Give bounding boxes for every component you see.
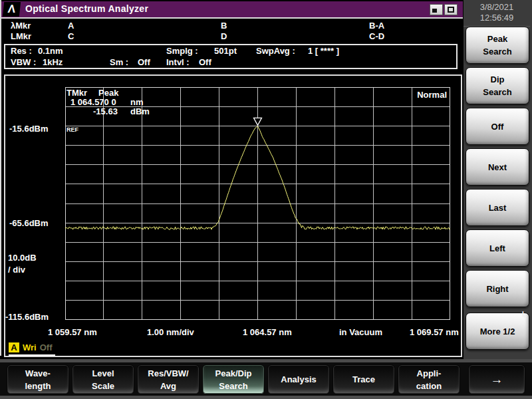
- marker-row-level: LMkr C D C-D: [1, 31, 463, 42]
- trace-status-indicator: A Wri Off: [9, 340, 55, 356]
- y-axis-ref-label: -15.6dBm: [9, 124, 49, 134]
- dip-search-button[interactable]: Dip Search: [466, 67, 529, 104]
- tab-application[interactable]: Appli-cation: [398, 364, 460, 394]
- anritsu-logo-icon: Λ: [3, 2, 21, 17]
- vbw-value: 1kHz: [43, 57, 63, 67]
- tmkr-type: Peak: [98, 88, 118, 98]
- level-marker-label: LMkr: [11, 31, 31, 41]
- left-button[interactable]: Left: [466, 229, 529, 267]
- osa-screen: Λ Optical Spectrum Analyzer λMkr A B B-A…: [0, 0, 532, 399]
- marker-c-label: C: [68, 31, 74, 41]
- measurement-settings-box: Res : 0.1nm Smplg : 501pt SwpAvg : 1 [ *…: [4, 44, 458, 69]
- intvl-label: Intvl :: [166, 57, 190, 67]
- y-axis-mid-label: -65.6dBm: [9, 218, 49, 228]
- time-text: 12:56:49: [464, 13, 530, 23]
- more-page-arrow-icon: ↳: [521, 310, 528, 320]
- marker-a-label: A: [68, 21, 74, 31]
- smplg-label: Smplg :: [166, 46, 198, 56]
- y-axis-bottom-label: -115.6dBm: [5, 312, 49, 322]
- marker-ba-label: B-A: [369, 21, 384, 31]
- tmkr-label: TMkr: [66, 88, 87, 98]
- tmkr-level-unit: dBm: [130, 106, 150, 116]
- next-button[interactable]: Next: [466, 148, 529, 186]
- tab-level-scale[interactable]: LevelScale: [72, 364, 134, 394]
- function-tab-bar: Wave-length LevelScale Res/VBW/Avg Peak/…: [0, 359, 532, 399]
- last-button[interactable]: Last: [466, 189, 529, 226]
- vbw-label: VBW :: [11, 57, 36, 67]
- tab-trace[interactable]: Trace: [332, 364, 395, 394]
- x-axis-medium-label: in Vacuum: [339, 327, 382, 337]
- minimize-button[interactable]: [430, 4, 443, 15]
- tab-res-vbw-avg[interactable]: Res/VBW/Avg: [137, 364, 200, 394]
- marker-b-label: B: [221, 21, 227, 31]
- right-button[interactable]: Right: [466, 270, 529, 307]
- tmkr-wavelength-value: 1 064.570 0: [70, 97, 116, 107]
- y-axis-scale-unit-label: / div: [8, 265, 25, 275]
- tmkr-level-value: -15.63: [93, 106, 118, 116]
- x-axis-right-label: 1 069.57 nm: [410, 327, 459, 337]
- tab-peak-dip-search[interactable]: Peak/DipSearch: [202, 364, 265, 394]
- y-axis-scale-label: 10.0dB: [8, 253, 37, 263]
- maximize-button[interactable]: [444, 4, 458, 15]
- x-axis-left-label: 1 059.57 nm: [48, 327, 97, 337]
- window-title: Optical Spectrum Analyzer: [25, 3, 148, 14]
- marker-d-label: D: [221, 31, 227, 41]
- res-value: 0.1nm: [38, 46, 63, 56]
- spectrum-plot-area: TMkr Peak 1 064.570 0 nm -15.63 dBm Norm…: [65, 87, 450, 320]
- window-left-border: [0, 0, 1, 356]
- right-arrow-icon: →: [469, 373, 525, 386]
- tmkr-wavelength-unit: nm: [130, 97, 144, 107]
- title-bar: Λ Optical Spectrum Analyzer: [1, 1, 463, 19]
- marker-cd-label: C-D: [369, 31, 384, 41]
- spectrum-trace-svg: [65, 87, 450, 320]
- sm-label: Sm :: [110, 57, 128, 67]
- trace-write-mode: Wri: [23, 342, 37, 352]
- datetime-display: 3/8/2021 12:56:49: [464, 2, 530, 27]
- trace-write-state: Off: [40, 342, 53, 352]
- tab-analysis[interactable]: Analysis: [267, 364, 330, 394]
- tab-next-menu-arrow[interactable]: →: [468, 364, 525, 394]
- off-button[interactable]: Off: [466, 108, 529, 145]
- tab-wavelength[interactable]: Wave-length: [7, 364, 69, 394]
- x-axis-div-label: 1.00 nm/div: [147, 327, 194, 337]
- lambda-marker-label: λMkr: [11, 21, 31, 31]
- smplg-value: 501pt: [214, 46, 237, 56]
- res-label: Res :: [11, 46, 32, 56]
- more-button[interactable]: More 1/2: [466, 313, 529, 350]
- spectrum-display-frame: -15.6dBm -65.6dBm 10.0dB / div -115.6dBm…: [4, 74, 462, 357]
- ref-line-label: REF: [66, 126, 78, 133]
- softkey-panel: 3/8/2021 12:56:49 Peak Search Dip Search…: [464, 0, 532, 359]
- marker-row-wavelength: λMkr A B B-A: [1, 21, 463, 31]
- swpavg-value: 1 [ **** ]: [308, 46, 339, 56]
- maximize-icon: [448, 7, 454, 13]
- x-axis-center-label: 1 064.57 nm: [243, 327, 292, 337]
- intvl-value: Off: [199, 57, 211, 67]
- peak-search-button[interactable]: Peak Search: [466, 27, 529, 64]
- trace-a-badge: A: [9, 342, 19, 352]
- date-text: 3/8/2021: [464, 2, 530, 13]
- minimize-icon: [432, 9, 437, 13]
- sm-value: Off: [138, 57, 150, 67]
- trace-mode-label: Normal: [417, 90, 447, 100]
- swpavg-label: SwpAvg :: [256, 46, 295, 56]
